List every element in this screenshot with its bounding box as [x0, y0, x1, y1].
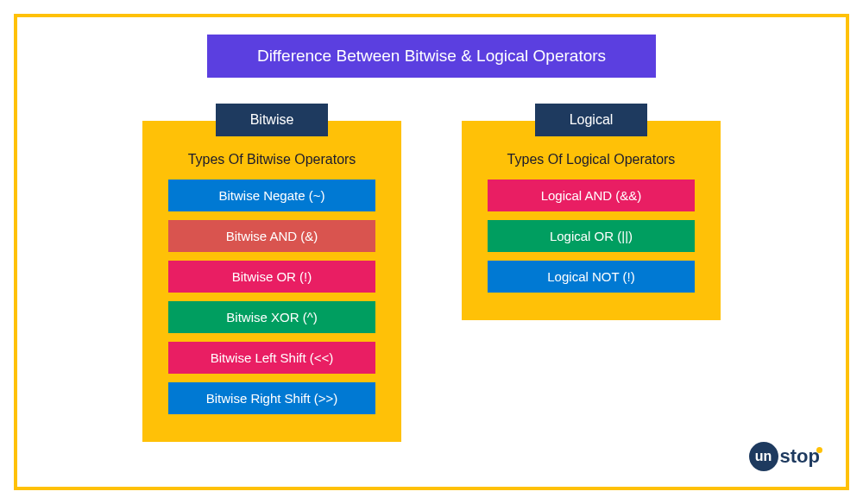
bitwise-subheading: Types Of Bitwise Operators — [188, 152, 356, 167]
bitwise-item-left-shift: Bitwise Left Shift (<<) — [168, 342, 375, 374]
logical-item-not: Logical NOT (!) — [488, 261, 695, 293]
bitwise-item-and: Bitwise AND (&) — [168, 220, 375, 252]
logical-header: Logical — [535, 104, 648, 136]
brand-logo: un stop — [749, 442, 820, 471]
logical-item-and: Logical AND (&&) — [488, 180, 695, 211]
brand-dot-icon — [816, 447, 822, 453]
bitwise-item-or: Bitwise OR (!) — [168, 261, 375, 293]
bitwise-header: Bitwise — [216, 104, 329, 136]
logical-body: Types Of Logical Operators Logical AND (… — [462, 121, 721, 320]
brand-suffix: stop — [780, 445, 820, 468]
diagram-title: Difference Between Bitwise & Logical Ope… — [207, 35, 656, 78]
bitwise-column: Bitwise Types Of Bitwise Operators Bitwi… — [142, 104, 401, 442]
columns-container: Bitwise Types Of Bitwise Operators Bitwi… — [52, 104, 811, 442]
bitwise-item-negate: Bitwise Negate (~) — [168, 180, 375, 211]
brand-prefix-circle: un — [749, 442, 778, 471]
diagram-frame: Difference Between Bitwise & Logical Ope… — [14, 14, 849, 490]
logical-column: Logical Types Of Logical Operators Logic… — [462, 104, 721, 320]
logical-subheading: Types Of Logical Operators — [507, 152, 676, 167]
logical-item-or: Logical OR (||) — [488, 220, 695, 252]
bitwise-item-xor: Bitwise XOR (^) — [168, 301, 375, 333]
brand-suffix-text: stop — [780, 445, 820, 467]
bitwise-body: Types Of Bitwise Operators Bitwise Negat… — [142, 121, 401, 442]
bitwise-item-right-shift: Bitwise Right Shift (>>) — [168, 382, 375, 414]
